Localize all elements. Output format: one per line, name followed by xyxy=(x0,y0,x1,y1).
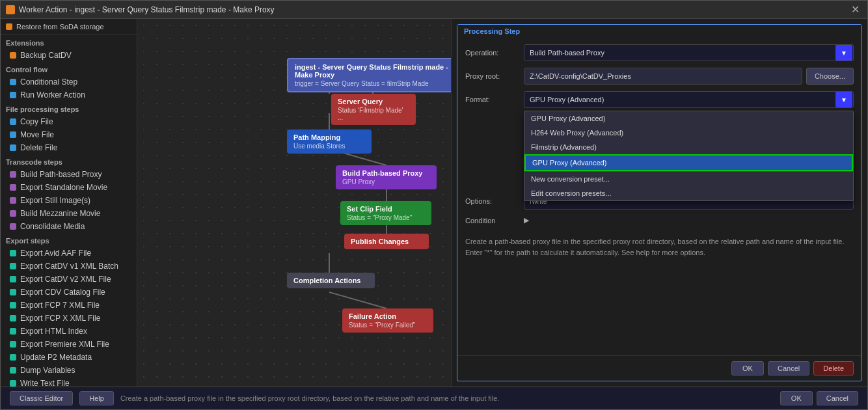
node-trigger[interactable]: ingest - Server Query Status Filmstrip m… xyxy=(287,58,451,92)
node-completion[interactable]: Completion Actions xyxy=(287,273,375,288)
restore-icon xyxy=(6,23,12,30)
proxy-root-row: Proxy root: Choose... xyxy=(465,68,854,85)
section-extensions: Extensions xyxy=(1,35,137,49)
dot-icon xyxy=(10,341,16,348)
sidebar-item-label: Export CatDV v1 XML Batch xyxy=(20,262,118,271)
node-path-mapping[interactable]: Path Mapping Use media Stores xyxy=(287,130,372,154)
sidebar-item-export-catdv-v1[interactable]: Export CatDV v1 XML Batch xyxy=(1,260,137,273)
sidebar-item-copy-file[interactable]: Copy File xyxy=(1,115,137,128)
dropdown-item-filmstrip[interactable]: Filmstrip (Advanced) xyxy=(524,140,853,154)
sidebar-item-label: Delete File xyxy=(20,143,57,152)
sidebar-item-label: Export Avid AAF File xyxy=(20,249,91,258)
sidebar-item-run-worker-action[interactable]: Run Worker Action xyxy=(1,89,137,102)
status-message: Create a path-based proxy file in the sp… xyxy=(120,394,500,402)
sidebar-item-export-fcp7[interactable]: Export FCP 7 XML File xyxy=(1,299,137,312)
sidebar-item-consolidate[interactable]: Consolidate Media xyxy=(1,220,137,233)
sidebar-item-backup-catdv[interactable]: Backup CatDV xyxy=(1,49,137,62)
sidebar-item-export-still[interactable]: Export Still Image(s) xyxy=(1,194,137,207)
format-select[interactable]: GPU Proxy (Advanced) ▼ xyxy=(524,91,854,108)
canvas-area[interactable]: ingest - Server Query Status Filmstrip m… xyxy=(137,19,451,387)
restore-label: Restore from SoDA storage xyxy=(16,23,104,31)
sidebar-item-label: Export FCP X XML File xyxy=(20,314,100,323)
sidebar-item-build-proxy[interactable]: Build Path-based Proxy xyxy=(1,168,137,181)
help-button[interactable]: Help xyxy=(79,391,114,405)
sidebar-item-update-p2[interactable]: Update P2 Metadata xyxy=(1,351,137,364)
operation-dropdown-arrow[interactable]: ▼ xyxy=(835,45,852,61)
node-failure[interactable]: Failure Action Status = "Proxy Failed" xyxy=(342,308,433,333)
operation-row: Operation: Build Path-based Proxy ▼ xyxy=(465,44,854,61)
panel-ok-button[interactable]: OK xyxy=(731,361,764,376)
node-set-clip[interactable]: Set Clip Field Status = "Proxy Made" xyxy=(340,201,431,225)
operation-select[interactable]: Build Path-based Proxy ▼ xyxy=(524,44,854,61)
sidebar-item-mezzanine[interactable]: Build Mezzanine Movie xyxy=(1,207,137,220)
sidebar-item-export-fcpx[interactable]: Export FCP X XML File xyxy=(1,312,137,325)
dot-icon xyxy=(10,52,16,59)
dropdown-item-gpu-1[interactable]: GPU Proxy (Advanced) xyxy=(524,111,853,126)
condition-arrow[interactable]: ▶ xyxy=(524,216,529,225)
sidebar-item-export-catdv-v2[interactable]: Export CatDV v2 XML File xyxy=(1,273,137,286)
sidebar-item-label: Export CatDV v2 XML File xyxy=(20,275,111,284)
node-publish-label: Publish Changes xyxy=(351,238,422,245)
sidebar-item-dump-vars[interactable]: Dump Variables xyxy=(1,364,137,377)
sidebar-restore[interactable]: Restore from SoDA storage xyxy=(1,19,137,35)
dropdown-item-h264[interactable]: H264 Web Proxy (Advanced) xyxy=(524,126,853,140)
node-path-mapping-label: Path Mapping xyxy=(293,133,365,141)
sidebar-item-label: Write Text File xyxy=(20,379,70,387)
dropdown-item-edit-presets[interactable]: Edit conversion presets... xyxy=(524,186,853,200)
dot-icon xyxy=(10,328,16,335)
svg-line-7 xyxy=(329,292,387,308)
node-server-query[interactable]: Server Query Status 'Filmstrip Made' ... xyxy=(331,94,416,125)
node-path-mapping-sub: Use media Stores xyxy=(293,143,365,150)
sidebar-item-label: Export FCP 7 XML File xyxy=(20,301,100,310)
dot-icon xyxy=(10,118,16,125)
dot-icon xyxy=(10,79,16,85)
sidebar-item-delete-file[interactable]: Delete File xyxy=(1,141,137,154)
title-bar-left: Worker Action - ingest - Server Query St… xyxy=(6,5,275,14)
sidebar-item-export-premiere[interactable]: Export Premiere XML File xyxy=(1,338,137,351)
dot-icon xyxy=(10,289,16,295)
sidebar-item-write-text[interactable]: Write Text File xyxy=(1,377,137,387)
classic-editor-button[interactable]: Classic Editor xyxy=(10,391,73,405)
dropdown-item-gpu-2[interactable]: GPU Proxy (Advanced) xyxy=(524,154,853,171)
dot-icon xyxy=(10,250,16,256)
operation-label: Operation: xyxy=(465,49,524,57)
bottom-cancel-button[interactable]: Cancel xyxy=(817,391,858,405)
sidebar-item-export-cdv[interactable]: Export CDV Catalog File xyxy=(1,286,137,299)
sidebar-item-conditional-step[interactable]: Conditional Step xyxy=(1,75,137,89)
dot-icon xyxy=(10,210,16,217)
sidebar-item-label: Dump Variables xyxy=(20,366,75,375)
sidebar-item-label: Backup CatDV xyxy=(20,51,72,60)
sidebar-item-move-file[interactable]: Move File xyxy=(1,128,137,141)
sidebar-item-export-html[interactable]: Export HTML Index xyxy=(1,325,137,338)
worker-icon xyxy=(6,5,15,14)
format-dropdown-arrow[interactable]: ▼ xyxy=(835,92,852,107)
sidebar-item-label: Export Standalone Movie xyxy=(20,183,107,192)
dot-icon xyxy=(10,380,16,387)
dot-icon xyxy=(10,354,16,361)
close-button[interactable]: ✕ xyxy=(848,3,862,16)
operation-value: Build Path-based Proxy xyxy=(530,49,604,57)
node-build-proxy[interactable]: Build Path-based Proxy GPU Proxy xyxy=(336,165,437,189)
panel-delete-button[interactable]: Delete xyxy=(813,361,854,376)
node-build-proxy-sub: GPU Proxy xyxy=(342,178,430,185)
bottom-ok-button[interactable]: OK xyxy=(780,391,813,405)
node-failure-sub: Status = "Proxy Failed" xyxy=(349,321,427,329)
choose-button[interactable]: Choose... xyxy=(806,68,854,85)
condition-label: Condition xyxy=(465,217,524,225)
panel-cancel-button[interactable]: Cancel xyxy=(768,361,809,376)
bottom-right: OK Cancel xyxy=(780,391,858,405)
proxy-root-input[interactable] xyxy=(524,68,802,85)
dot-icon xyxy=(10,92,16,98)
sidebar-item-export-avid[interactable]: Export Avid AAF File xyxy=(1,247,137,260)
section-control-flow: Control flow xyxy=(1,62,137,75)
node-publish[interactable]: Publish Changes xyxy=(344,234,429,249)
sidebar-item-label: Build Path-based Proxy xyxy=(20,170,102,179)
sidebar-item-export-movie[interactable]: Export Standalone Movie xyxy=(1,181,137,194)
format-label: Format: xyxy=(465,96,524,103)
main-window: Worker Action - ingest - Server Query St… xyxy=(0,0,868,410)
main-content: Restore from SoDA storage Extensions Bac… xyxy=(1,19,867,387)
section-file-processing: File processing steps xyxy=(1,102,137,115)
sidebar-item-label: Build Mezzanine Movie xyxy=(20,209,100,218)
dropdown-item-new-preset[interactable]: New conversion preset... xyxy=(524,171,853,186)
sidebar-item-label: Export HTML Index xyxy=(20,327,87,336)
